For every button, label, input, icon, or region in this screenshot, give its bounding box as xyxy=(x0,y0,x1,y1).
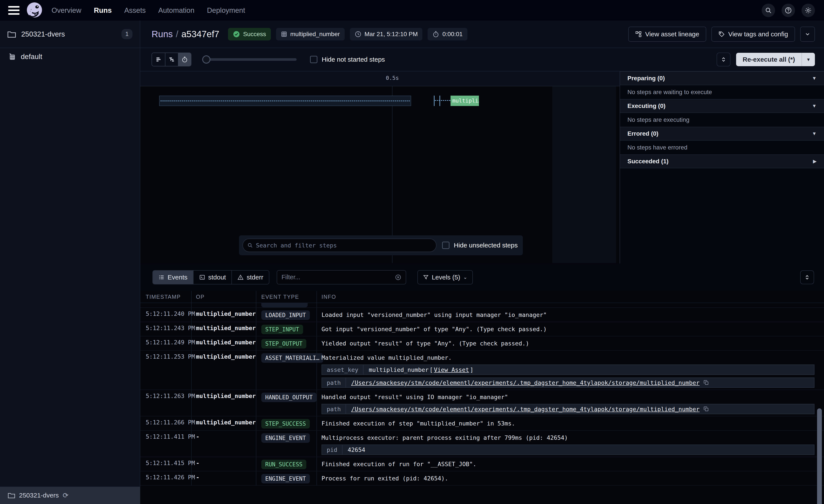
timed-view-button[interactable] xyxy=(178,53,191,66)
log-filter-input[interactable] xyxy=(282,274,392,281)
levels-filter-button[interactable]: Levels (5) ⌄ xyxy=(417,270,473,284)
flat-view-icon xyxy=(156,56,162,62)
metadata-text: 42654 xyxy=(348,447,365,453)
event-timestamp: 5:12:11.240 PM xyxy=(140,308,192,322)
table-row[interactable]: 5:12:11.426 PM-ENGINE_EVENTProcess for r… xyxy=(140,471,824,486)
tab-stderr[interactable]: stderr xyxy=(231,271,269,284)
expand-panel-button[interactable] xyxy=(717,52,730,67)
nav-link-overview[interactable]: Overview xyxy=(51,6,81,14)
event-type-badge: STEP_INPUT xyxy=(261,325,303,334)
refresh-icon[interactable]: ⟳ xyxy=(63,492,69,499)
clear-filter-icon[interactable] xyxy=(395,274,401,280)
zoom-slider-track[interactable] xyxy=(202,58,297,61)
hamburger-menu-icon[interactable] xyxy=(8,6,19,15)
table-row[interactable]: 5:12:11.240 PMmultiplied_numberLOADED_IN… xyxy=(140,308,824,322)
section-body-preparing: No steps are waiting to execute xyxy=(620,85,824,99)
event-timestamp: 5:12:11.266 PM xyxy=(140,416,192,430)
section-header-preparing[interactable]: Preparing (0)▼ xyxy=(620,72,824,85)
event-info xyxy=(317,303,824,308)
asset-tag[interactable]: multiplied_number xyxy=(276,28,345,40)
view-asset-lineage-button[interactable]: View asset lineage xyxy=(628,27,706,42)
nav-link-deployment[interactable]: Deployment xyxy=(207,6,245,14)
log-filter-box[interactable] xyxy=(277,270,406,284)
event-info-text: Handled output "result" using IO manager… xyxy=(321,393,824,401)
col-timestamp: TIMESTAMP xyxy=(140,291,192,302)
zoom-slider[interactable] xyxy=(202,52,297,67)
sidebar-status-bar: 250321-dvers ⟳ xyxy=(0,487,140,504)
tab-stdout[interactable]: stdout xyxy=(193,271,232,284)
nav-link-assets[interactable]: Assets xyxy=(124,6,146,14)
settings-button[interactable] xyxy=(802,4,815,17)
table-row-partial[interactable] xyxy=(140,303,824,308)
search-button[interactable] xyxy=(762,4,775,17)
sidebar-item-default-job[interactable]: default xyxy=(0,48,140,65)
copy-icon[interactable] xyxy=(703,406,709,412)
section-header-executing[interactable]: Executing (0)▼ xyxy=(620,99,824,113)
run-more-actions-button[interactable] xyxy=(800,27,815,42)
event-timestamp: 5:12:11.263 PM xyxy=(140,390,192,416)
folder-icon xyxy=(7,30,16,38)
nav-links: OverviewRunsAssetsAutomationDeployment xyxy=(51,6,245,14)
table-row[interactable]: 5:12:11.249 PMmultiplied_numberSTEP_OUTP… xyxy=(140,336,824,351)
help-button[interactable] xyxy=(782,4,795,17)
breadcrumb-runs-link[interactable]: Runs xyxy=(151,29,173,39)
breadcrumb-separator: / xyxy=(176,29,178,39)
header-actions: View asset lineage View tags and config xyxy=(628,27,815,42)
event-type-cell: ASSET_MATERIALI… xyxy=(256,351,317,390)
table-row[interactable]: 5:12:11.243 PMmultiplied_numberSTEP_INPU… xyxy=(140,322,824,336)
gantt-toolbar: Hide not started steps Re-execute all (*… xyxy=(140,48,824,72)
metadata-entry: path/Users/smackesey/stm/code/elementl/e… xyxy=(321,377,815,388)
gantt-dashed-segment xyxy=(435,100,450,101)
hide-not-started-checkbox[interactable] xyxy=(310,56,317,63)
event-type-cell: STEP_INPUT xyxy=(256,322,317,336)
step-search-input[interactable] xyxy=(256,242,432,249)
path-link[interactable]: /Users/smackesey/stm/code/elementl/exper… xyxy=(351,406,700,412)
nav-link-automation[interactable]: Automation xyxy=(158,6,194,14)
event-timestamp: 5:12:11.411 PM xyxy=(140,431,192,457)
reexecute-all-button[interactable]: Re-execute all (*) ▾ xyxy=(736,53,815,66)
status-label: Success xyxy=(243,31,266,38)
table-row[interactable]: 5:12:11.253 PMmultiplied_numberASSET_MAT… xyxy=(140,351,824,390)
step-search-box[interactable] xyxy=(242,239,436,252)
view-tags-config-label: View tags and config xyxy=(728,30,788,38)
timeline-tick-label: 0.5s xyxy=(386,75,399,81)
event-op: - xyxy=(192,471,256,485)
nav-link-runs[interactable]: Runs xyxy=(94,6,112,14)
reexecute-dropdown-button[interactable]: ▾ xyxy=(802,53,815,66)
table-row[interactable]: 5:12:11.263 PMmultiplied_numberHANDLED_O… xyxy=(140,390,824,416)
run-id: a5347ef7 xyxy=(182,29,219,39)
event-type-badge: ENGINE_EVENT xyxy=(261,433,310,443)
copy-icon[interactable] xyxy=(703,380,709,385)
sidebar-item-repository[interactable]: 250321-dvers 1 xyxy=(0,20,140,48)
events-scrollbar[interactable] xyxy=(817,408,822,504)
section-header-succeeded[interactable]: Succeeded (1)▶ xyxy=(620,154,824,168)
view-tags-config-button[interactable]: View tags and config xyxy=(711,27,795,42)
levels-filter-label: Levels (5) xyxy=(432,274,460,281)
hide-unselected-checkbox[interactable] xyxy=(442,242,449,249)
expand-logs-button[interactable] xyxy=(800,270,814,284)
up-down-chevrons-icon xyxy=(721,57,726,62)
table-row[interactable]: 5:12:11.411 PM-ENGINE_EVENTMultiprocess … xyxy=(140,431,824,457)
waterfall-view-button[interactable] xyxy=(165,53,178,66)
table-row[interactable]: 5:12:11.266 PMmultiplied_numberSTEP_SUCC… xyxy=(140,416,824,431)
gantt-marker-tick xyxy=(434,96,434,106)
event-type-cell: HANDLED_OUTPUT xyxy=(256,390,317,416)
gantt-body[interactable]: multipli… Hide unselected steps xyxy=(140,86,620,263)
event-type-badge: HANDLED_OUTPUT xyxy=(261,393,316,402)
top-nav: OverviewRunsAssetsAutomationDeployment xyxy=(0,0,824,20)
section-header-errored[interactable]: Errored (0)▼ xyxy=(620,127,824,141)
event-timestamp: 5:12:11.415 PM xyxy=(140,457,192,471)
up-down-chevrons-icon xyxy=(804,274,810,280)
sidebar: 250321-dvers 1 default 250321-dvers ⟳ xyxy=(0,20,140,504)
path-link[interactable]: /Users/smackesey/stm/code/elementl/exper… xyxy=(351,379,700,386)
flat-view-button[interactable] xyxy=(152,53,165,66)
zoom-slider-knob[interactable] xyxy=(202,55,210,64)
view-asset-link[interactable]: View Asset xyxy=(434,366,469,373)
dagster-logo[interactable] xyxy=(25,1,44,19)
gantt-step-bar[interactable]: multipli… xyxy=(450,96,479,106)
tag-icon xyxy=(718,31,725,37)
chevron-down-icon: ▼ xyxy=(812,76,817,81)
tab-events[interactable]: Events xyxy=(153,271,193,284)
table-row[interactable]: 5:12:11.415 PM-RUN_SUCCESSFinished execu… xyxy=(140,457,824,471)
gantt-unstarted-span[interactable] xyxy=(159,96,411,106)
